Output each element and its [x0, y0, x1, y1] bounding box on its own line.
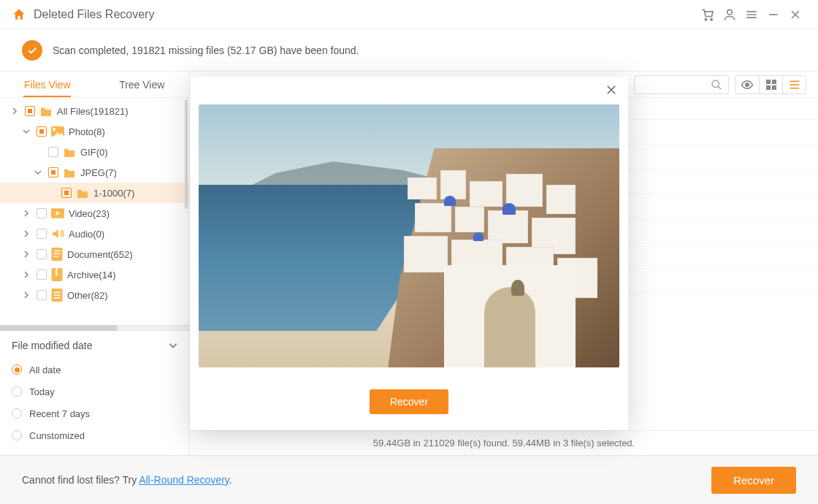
- preview-modal: Recover: [190, 77, 628, 430]
- filter-today[interactable]: Today: [12, 381, 177, 402]
- svg-rect-7: [54, 256, 58, 257]
- tree-gif[interactable]: GIF(0): [0, 142, 189, 162]
- scrollbar[interactable]: [185, 99, 188, 209]
- filter-panel: File modified date All date Today Recent…: [0, 331, 189, 455]
- status-bar: 59.44GB in 211029 file(s) found. 59.44MB…: [190, 430, 818, 455]
- filter-all-date[interactable]: All date: [12, 359, 177, 381]
- modal-header: [190, 77, 628, 103]
- checkbox[interactable]: [48, 167, 58, 177]
- audio-icon: [51, 228, 64, 240]
- radio[interactable]: [12, 364, 22, 375]
- cart-icon[interactable]: [697, 4, 719, 26]
- checkbox[interactable]: [37, 270, 47, 280]
- chevron-right-icon[interactable]: [20, 291, 32, 299]
- svg-rect-10: [57, 270, 58, 271]
- search-input[interactable]: [634, 75, 729, 94]
- home-icon[interactable]: [12, 7, 26, 22]
- chevron-right-icon[interactable]: [20, 230, 32, 237]
- svg-point-17: [712, 80, 719, 87]
- close-icon[interactable]: [784, 4, 806, 26]
- splitter[interactable]: [0, 325, 189, 331]
- tree-archive[interactable]: Archive(14): [0, 264, 189, 285]
- close-icon[interactable]: [605, 83, 618, 96]
- menu-icon[interactable]: [741, 4, 762, 26]
- folder-icon: [39, 106, 53, 116]
- svg-rect-9: [56, 268, 58, 276]
- minimize-icon[interactable]: [762, 4, 784, 26]
- tree-label: JPEG(7): [80, 167, 117, 178]
- radio[interactable]: [12, 430, 22, 440]
- tree-label: Other(82): [67, 290, 108, 301]
- tree-other[interactable]: Other(82): [0, 285, 189, 305]
- radio[interactable]: [12, 408, 22, 419]
- checkbox[interactable]: [37, 126, 47, 137]
- svg-rect-19: [766, 80, 771, 84]
- chevron-right-icon[interactable]: [20, 251, 32, 258]
- tree-audio[interactable]: Audio(0): [0, 224, 189, 244]
- chevron-right-icon[interactable]: [9, 107, 20, 115]
- tree-video[interactable]: Video(23): [0, 203, 189, 224]
- titlebar: Deleted Files Recovery: [0, 0, 818, 29]
- app-title: Deleted Files Recovery: [34, 8, 697, 21]
- view-grid-button[interactable]: [759, 76, 782, 93]
- image-preview: [199, 104, 619, 367]
- folder-icon: [63, 147, 76, 157]
- modal-recover-button[interactable]: Recover: [370, 389, 448, 414]
- checkbox[interactable]: [48, 147, 58, 157]
- tree-label: Photo(8): [69, 126, 105, 137]
- tree-label: All Files(191821): [57, 106, 129, 117]
- svg-rect-15: [54, 294, 61, 296]
- filter-recent-7[interactable]: Recent 7 days: [12, 402, 177, 424]
- view-list-button[interactable]: [782, 76, 806, 93]
- svg-point-2: [727, 9, 733, 15]
- tree-jpeg[interactable]: JPEG(7): [0, 162, 189, 183]
- status-text: Scan completed, 191821 missing files (52…: [53, 45, 359, 56]
- checkbox[interactable]: [37, 208, 47, 218]
- tree-document[interactable]: Document(652): [0, 244, 189, 264]
- checkbox[interactable]: [37, 290, 47, 300]
- folder-icon: [76, 188, 89, 198]
- tab-tree-view[interactable]: Tree View: [95, 72, 190, 97]
- checkbox[interactable]: [61, 188, 72, 198]
- checkbox[interactable]: [37, 249, 47, 259]
- sidebar: Files View Tree View All Files(191821) P…: [0, 72, 190, 455]
- video-icon: [51, 208, 64, 218]
- image-icon: [51, 126, 64, 137]
- svg-rect-16: [54, 297, 61, 299]
- filter-customized[interactable]: Cunstomized: [12, 424, 177, 446]
- modal-body: [190, 103, 628, 376]
- checkbox[interactable]: [25, 106, 35, 116]
- all-round-recovery-link[interactable]: All-Round Recovery: [139, 474, 229, 486]
- svg-rect-5: [54, 251, 61, 252]
- checkbox[interactable]: [37, 229, 47, 239]
- tree-label: 1-1000(7): [93, 188, 134, 199]
- chevron-down-icon[interactable]: [20, 128, 32, 135]
- tree-jpeg-1-1000[interactable]: 1-1000(7): [0, 183, 189, 203]
- chevron-down-icon[interactable]: [32, 169, 44, 176]
- footer-hint: Cannot find lost files? Try All-Round Re…: [22, 474, 711, 486]
- filter-title: File modified date: [12, 340, 93, 351]
- chevron-right-icon[interactable]: [20, 271, 32, 278]
- tab-files-view[interactable]: Files View: [0, 72, 95, 97]
- chevron-down-icon: [169, 341, 177, 350]
- tree-all-files[interactable]: All Files(191821): [0, 101, 189, 121]
- tree-label: Document(652): [67, 249, 133, 260]
- archive-icon: [51, 268, 63, 281]
- svg-point-1: [711, 18, 713, 20]
- svg-rect-20: [771, 80, 776, 84]
- tree-label: Archive(14): [67, 270, 115, 280]
- radio[interactable]: [12, 386, 22, 397]
- svg-rect-14: [54, 292, 61, 294]
- folder-icon: [63, 167, 76, 177]
- tree-photo[interactable]: Photo(8): [0, 121, 189, 142]
- svg-rect-11: [55, 272, 56, 273]
- view-preview-button[interactable]: [735, 76, 759, 93]
- svg-rect-21: [766, 85, 771, 89]
- recover-button[interactable]: Recover: [711, 467, 796, 494]
- chevron-right-icon[interactable]: [20, 210, 32, 217]
- check-icon: [22, 40, 42, 61]
- user-icon[interactable]: [719, 4, 741, 26]
- modal-footer: Recover: [190, 376, 628, 430]
- tree-label: GIF(0): [80, 147, 108, 158]
- filter-header[interactable]: File modified date: [12, 340, 177, 351]
